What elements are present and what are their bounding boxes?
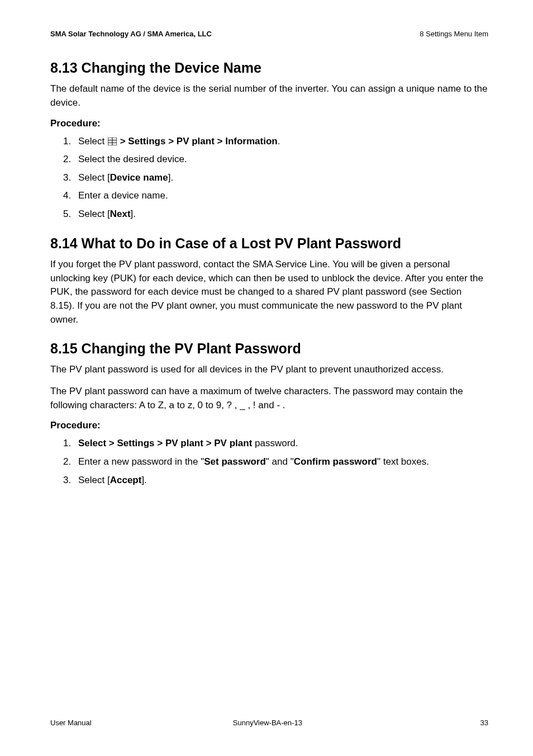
procedure-label: Procedure:: [50, 420, 488, 431]
intro-8-13: The default name of the device is the se…: [50, 82, 488, 110]
step-text: Select: [78, 136, 107, 147]
header-left: SMA Solar Technology AG / SMA America, L…: [50, 30, 212, 38]
para-8-15-1: The PV plant password is used for all de…: [50, 363, 488, 377]
step-text: ].: [168, 172, 173, 183]
list-item: Select > Settings > PV plant > PV plant …: [74, 437, 488, 451]
page-footer: User Manual SunnyView-BA-en-13 33: [50, 719, 488, 727]
step-text: ].: [141, 475, 146, 485]
procedure-list-8-15: Select > Settings > PV plant > PV plant …: [50, 437, 488, 487]
footer-left: User Manual: [50, 719, 92, 727]
header-right: 8 Settings Menu Item: [420, 30, 488, 38]
step-bold: Confirm password: [294, 456, 377, 467]
list-item: Select the desired device.: [74, 153, 488, 167]
step-text: " and ": [266, 456, 294, 467]
procedure-list-8-13: Select > Settings > PV plant > Informati…: [50, 135, 488, 221]
list-item: Enter a device name.: [74, 189, 488, 203]
step-text: password.: [252, 438, 298, 448]
list-item: Enter a new password in the "Set passwor…: [74, 455, 488, 469]
heading-8-14: 8.14 What to Do in Case of a Lost PV Pla…: [50, 235, 488, 252]
footer-page-number: 33: [444, 719, 488, 727]
step-bold: Device name: [110, 172, 168, 183]
list-item: Select [Accept].: [74, 474, 488, 488]
list-item: Select > Settings > PV plant > Informati…: [74, 135, 488, 149]
step-bold: > Settings > PV plant > Information: [117, 136, 278, 147]
section-8-14: 8.14 What to Do in Case of a Lost PV Pla…: [50, 235, 488, 327]
menu-grid-icon: [108, 138, 117, 145]
para-8-15-2: The PV plant password can have a maximum…: [50, 385, 488, 412]
page-header: SMA Solar Technology AG / SMA America, L…: [50, 30, 488, 38]
step-bold: Set password: [204, 456, 266, 467]
list-item: Select [Next].: [74, 207, 488, 221]
step-text: Enter a new password in the ": [78, 456, 204, 467]
step-text: ].: [131, 209, 136, 219]
section-8-13: 8.13 Changing the Device Name The defaul…: [50, 59, 488, 221]
step-text: Select [: [78, 209, 110, 219]
step-bold: Next: [110, 209, 131, 219]
step-text: Select [: [78, 172, 110, 183]
heading-8-13: 8.13 Changing the Device Name: [50, 59, 488, 77]
list-item: Select [Device name].: [74, 171, 488, 185]
footer-center: SunnyView-BA-en-13: [233, 719, 302, 727]
section-8-15: 8.15 Changing the PV Plant Password The …: [50, 340, 488, 487]
step-bold: Select > Settings > PV plant > PV plant: [78, 438, 252, 448]
step-text: .: [278, 136, 280, 147]
heading-8-15: 8.15 Changing the PV Plant Password: [50, 340, 488, 357]
body-8-14: If you forget the PV plant password, con…: [50, 258, 488, 327]
step-text: " text boxes.: [377, 456, 429, 467]
step-text: Select [: [78, 475, 110, 485]
step-bold: Accept: [110, 475, 142, 485]
procedure-label: Procedure:: [50, 118, 488, 129]
